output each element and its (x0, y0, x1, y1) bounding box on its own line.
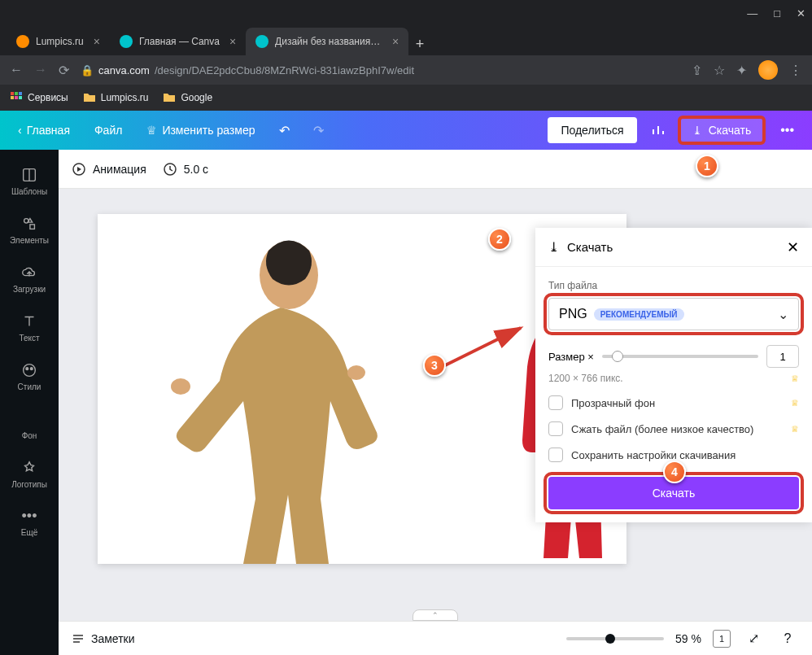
tab-close-icon[interactable]: × (229, 35, 236, 48)
left-sidebar: Шаблоны Элементы Загрузки Текст Стили Фо… (0, 150, 59, 655)
tab-title: Дизайн без названия — 1200 (275, 36, 382, 47)
duration-label: 5.0 с (184, 163, 208, 176)
tab-strip: Lumpics.ru × Главная — Canva × Дизайн бе… (0, 26, 812, 55)
notes-button[interactable]: Заметки (72, 632, 135, 645)
fullscreen-icon[interactable]: ⤢ (742, 627, 765, 650)
folder-icon (83, 91, 96, 104)
bookmark-google[interactable]: Google (163, 91, 212, 104)
dimensions-text: 1200 × 766 пикс. (548, 373, 623, 384)
forward-button[interactable]: → (34, 63, 47, 77)
crown-icon: ♕ (791, 424, 799, 434)
home-button[interactable]: ‹ Главная (10, 119, 78, 142)
bookmark-services[interactable]: Сервисы (10, 91, 68, 104)
address-bar: ← → ⟳ 🔒 canva.com/design/DAE2pdcCbu8/8MZ… (0, 55, 812, 85)
size-label: Размер × (548, 351, 594, 363)
sidebar-text[interactable]: Текст (0, 303, 59, 352)
download-button[interactable]: ⤓ Скачать (679, 117, 765, 143)
download-label: Скачать (709, 124, 752, 137)
svg-point-17 (347, 365, 365, 380)
sidebar-templates[interactable]: Шаблоны (0, 156, 59, 205)
sidebar-logos[interactable]: Логотипы (0, 449, 59, 498)
canvas-main[interactable]: ⤓ Скачать ✕ Тип файла PNG РЕКОМЕНДУЕМЫЙ … (59, 189, 812, 621)
tab-close-icon[interactable]: × (392, 35, 399, 48)
bookmark-label: Google (181, 92, 212, 103)
analytics-icon[interactable] (645, 117, 671, 143)
tab-canva-design[interactable]: Дизайн без названия — 1200 × (246, 28, 408, 55)
back-button[interactable]: ← (10, 63, 23, 77)
share-button[interactable]: Поделиться (548, 117, 636, 143)
crown-icon: ♕ (791, 398, 799, 408)
extensions-icon[interactable]: ✦ (736, 63, 747, 78)
sidebar-styles[interactable]: Стили (0, 352, 59, 400)
callout-3: 3 (423, 354, 446, 377)
profile-avatar[interactable] (758, 60, 778, 80)
new-tab-button[interactable]: + (408, 33, 431, 55)
filetype-select[interactable]: PNG РЕКОМЕНДУЕМЫЙ ⌄ (548, 298, 799, 330)
filetype-value: PNG (559, 307, 587, 321)
filetype-label: Тип файла (548, 280, 799, 291)
tab-title: Lumpics.ru (36, 36, 84, 47)
url-field[interactable]: 🔒 canva.com/design/DAE2pdcCbu8/8MZnRWci-… (81, 64, 680, 76)
callout-4: 4 (663, 461, 686, 483)
menu-icon[interactable]: ⋮ (789, 63, 802, 78)
size-slider[interactable] (602, 355, 758, 358)
size-input[interactable] (766, 345, 799, 368)
svg-point-10 (24, 364, 36, 376)
resize-button[interactable]: ♕ Изменить размер (138, 119, 263, 142)
star-icon[interactable]: ☆ (714, 63, 725, 78)
download-icon: ⤓ (692, 124, 702, 137)
svg-line-19 (443, 328, 521, 366)
compress-checkbox[interactable] (548, 421, 563, 436)
arrow-annotation (439, 321, 529, 370)
favicon (16, 35, 29, 48)
window-close[interactable]: ✕ (797, 7, 805, 20)
save-settings-label: Сохранить настройки скачивания (571, 449, 736, 461)
callout-1: 1 (696, 155, 718, 177)
tab-close-icon[interactable]: × (94, 35, 100, 48)
download-icon: ⤓ (548, 239, 559, 255)
panel-title: Скачать (567, 240, 779, 254)
transparent-bg-label: Прозрачный фон (571, 397, 655, 409)
bookmark-lumpics[interactable]: Lumpics.ru (83, 91, 149, 104)
zoom-slider[interactable] (566, 637, 664, 640)
help-icon[interactable]: ? (776, 627, 799, 650)
redo-button[interactable]: ↷ (305, 117, 331, 143)
svg-point-11 (26, 367, 28, 369)
share-icon[interactable]: ⇪ (692, 63, 702, 78)
window-minimize[interactable]: — (747, 7, 757, 20)
canva-topbar: ‹ Главная Файл ♕ Изменить размер ↶ ↷ Под… (0, 111, 812, 150)
duration-button[interactable]: 5.0 с (163, 162, 208, 177)
undo-button[interactable]: ↶ (271, 117, 297, 143)
compress-label: Сжать файл (более низкое качество) (571, 423, 753, 435)
resize-label: Изменить размер (162, 124, 255, 137)
svg-rect-3 (11, 96, 14, 99)
file-menu[interactable]: Файл (86, 119, 130, 142)
favicon (255, 35, 268, 48)
clock-icon (163, 162, 177, 177)
tab-canva-home[interactable]: Главная — Canva × (110, 28, 246, 55)
sidebar-uploads[interactable]: Загрузки (0, 254, 59, 303)
lock-icon: 🔒 (81, 64, 94, 76)
save-settings-checkbox[interactable] (548, 448, 563, 462)
animation-button[interactable]: Анимация (72, 162, 146, 177)
url-path: /design/DAE2pdcCbu8/8MZnRWci-831iawzBphI… (155, 64, 414, 76)
bookmarks-bar: Сервисы Lumpics.ru Google (0, 85, 812, 111)
panel-close-icon[interactable]: ✕ (787, 238, 799, 256)
sidebar-background[interactable]: Фон (0, 400, 59, 449)
chevron-left-icon: ‹ (18, 124, 22, 137)
tab-lumpics[interactable]: Lumpics.ru × (7, 28, 110, 55)
more-button[interactable]: ••• (772, 118, 802, 142)
animation-label: Анимация (93, 163, 146, 176)
page-handle[interactable]: ⌃ (413, 609, 458, 621)
chevron-down-icon: ⌄ (778, 307, 788, 322)
sidebar-elements[interactable]: Элементы (0, 205, 59, 254)
notes-icon (72, 632, 85, 645)
window-maximize[interactable]: □ (774, 7, 780, 20)
reload-button[interactable]: ⟳ (59, 63, 69, 78)
sidebar-more[interactable]: •••Ещё (0, 498, 59, 547)
crown-icon: ♕ (146, 124, 157, 137)
svg-rect-9 (30, 224, 34, 229)
svg-rect-1 (15, 92, 18, 95)
transparent-bg-checkbox[interactable] (548, 395, 563, 410)
page-count-button[interactable]: 1 (713, 630, 731, 648)
